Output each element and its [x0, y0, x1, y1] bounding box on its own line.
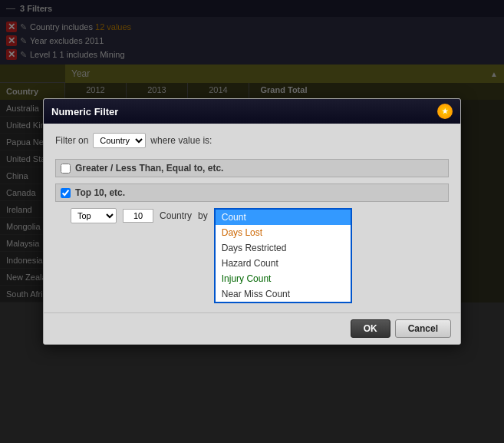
- modal-title-icon: ★: [437, 104, 453, 119]
- dropdown-item-injury-count[interactable]: Injury Count: [216, 271, 351, 286]
- dropdown-item-days-restricted[interactable]: Days Restricted: [216, 240, 351, 256]
- greater-less-row: Greater / Less Than, Equal to, etc.: [55, 159, 449, 177]
- filter-on-row: Filter on Country where value is:: [55, 133, 449, 148]
- modal-footer: OK Cancel: [44, 312, 460, 344]
- cancel-button[interactable]: Cancel: [395, 319, 451, 338]
- modal-body: Filter on Country where value is: Greate…: [44, 124, 460, 312]
- dropdown-item-days-lost[interactable]: Days Lost: [216, 225, 351, 240]
- numeric-filter-modal: Numeric Filter ★ Filter on Country where…: [43, 98, 461, 345]
- filter-on-select[interactable]: Country: [93, 133, 146, 148]
- greater-less-checkbox[interactable]: [61, 164, 71, 174]
- top-number-input[interactable]: [123, 209, 153, 223]
- top-direction-select[interactable]: Top: [71, 208, 117, 223]
- filter-on-label: Filter on: [55, 135, 88, 146]
- ok-button[interactable]: OK: [351, 319, 390, 338]
- measure-dropdown[interactable]: Count Days Lost Days Restricted Hazard C…: [214, 208, 352, 303]
- where-value-label: where value is:: [150, 135, 212, 146]
- greater-less-section: Greater / Less Than, Equal to, etc.: [55, 159, 449, 177]
- top10-row: Top 10, etc.: [55, 183, 449, 202]
- top10-label[interactable]: Top 10, etc.: [75, 187, 125, 198]
- top10-section: Top 10, etc.: [55, 183, 449, 202]
- modal-title-bar: Numeric Filter ★: [44, 99, 460, 124]
- top-country-label: Country: [160, 210, 192, 221]
- dropdown-item-count[interactable]: Count: [216, 210, 351, 225]
- dropdown-item-hazard-count[interactable]: Hazard Count: [216, 256, 351, 271]
- modal-title: Numeric Filter: [51, 106, 118, 117]
- top10-checkbox[interactable]: [61, 188, 71, 198]
- greater-less-label[interactable]: Greater / Less Than, Equal to, etc.: [75, 163, 223, 174]
- top-by-label: by: [198, 210, 208, 221]
- modal-overlay: Numeric Filter ★ Filter on Country where…: [0, 0, 504, 443]
- dropdown-item-near-miss[interactable]: Near Miss Count: [216, 286, 351, 302]
